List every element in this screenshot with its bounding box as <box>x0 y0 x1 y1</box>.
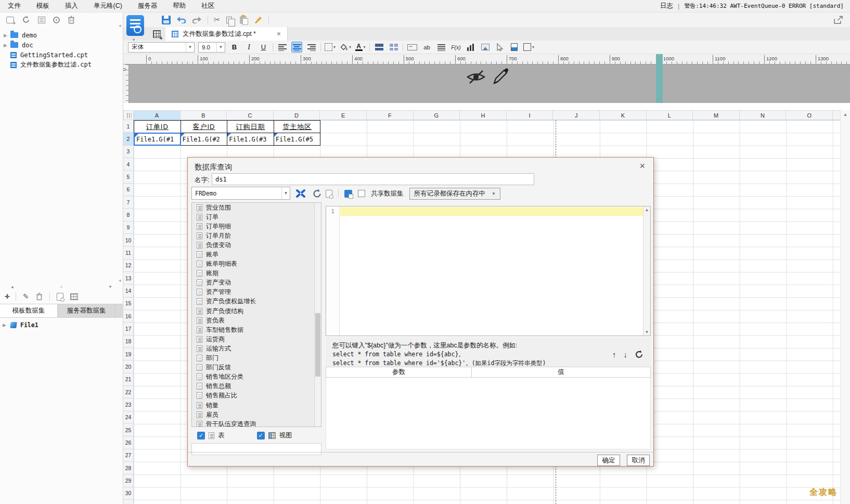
table-list-item[interactable]: 账单 <box>192 250 321 259</box>
table-list-item[interactable]: 订单明细 <box>192 222 321 231</box>
copy-button[interactable] <box>226 17 232 23</box>
row-header-1[interactable]: 1 <box>123 120 133 133</box>
bias-cell-button[interactable] <box>494 42 505 53</box>
settings-icon[interactable] <box>53 17 60 23</box>
connection-config-wrench-icon[interactable] <box>294 188 307 199</box>
menu-item[interactable]: 社区 <box>194 0 222 12</box>
table-list-item[interactable]: 销售总额 <box>192 382 321 391</box>
template-mode-caret-icon[interactable]: ▾ <box>133 37 135 42</box>
row-header-20[interactable]: 20 <box>123 360 133 373</box>
document-tab[interactable]: 文件数据集参数过滤.cpt * × <box>165 27 288 41</box>
table-list-item[interactable]: 运输方式 <box>192 344 321 353</box>
table-list-item[interactable]: 订单 <box>192 212 321 222</box>
splitter-down-icon[interactable]: ▼ <box>108 285 112 289</box>
row-header-19[interactable]: 19 <box>123 348 133 360</box>
menu-item[interactable]: 服务器 <box>130 0 165 12</box>
row-header-18[interactable]: 18 <box>123 335 133 348</box>
italic-button[interactable]: I <box>243 42 254 53</box>
row-header-24[interactable]: 24 <box>123 411 133 424</box>
ok-button[interactable]: 确定 <box>597 455 620 466</box>
column-header-E[interactable]: E <box>320 111 367 120</box>
template-mode-button[interactable] <box>126 15 144 36</box>
row-header-30[interactable]: 30 <box>123 487 133 500</box>
preview-query-icon[interactable] <box>326 190 332 198</box>
table-list-item[interactable]: 销售额占比 <box>192 391 321 400</box>
delete-icon[interactable] <box>68 16 75 24</box>
tree-item[interactable]: ▶doc <box>0 40 123 50</box>
tree-item[interactable]: GettingStarted.cpt <box>0 50 123 60</box>
table-list-item[interactable]: 雇员 <box>192 410 321 419</box>
insert-chart-button[interactable] <box>465 42 476 53</box>
table-list-item[interactable]: 资产负债结构 <box>192 306 321 316</box>
tree-item[interactable]: 文件数据集参数过滤.cpt <box>0 60 123 70</box>
row-header-6[interactable]: 6 <box>123 184 133 196</box>
table-list-item[interactable]: 骨干队伍穿透查询 <box>192 419 321 427</box>
log-button[interactable]: 日志 <box>660 2 673 10</box>
row-header-17[interactable]: 17 <box>123 322 133 335</box>
column-header-A[interactable]: A <box>134 111 181 120</box>
sql-editor[interactable]: 1 ▲▼ <box>326 206 651 336</box>
sheet-cell-header[interactable]: 客户ID <box>181 120 228 133</box>
menu-item[interactable]: 模板 <box>29 0 57 12</box>
column-header-C[interactable]: C <box>227 111 274 120</box>
bold-button[interactable]: B <box>229 42 240 53</box>
expand-arrow-icon[interactable]: ▶ <box>3 322 9 328</box>
column-header-O[interactable]: O <box>786 111 833 120</box>
memory-strategy-select[interactable]: 所有记录都保存在内存中▼ <box>409 188 500 200</box>
menu-item[interactable]: 单元格(C) <box>86 0 130 12</box>
column-header-J[interactable]: J <box>553 111 600 120</box>
underline-button[interactable]: U <box>258 42 269 53</box>
dataset-item[interactable]: ▶File1 <box>0 319 123 331</box>
sidebar-collapse-icon[interactable]: ◂ <box>119 278 121 283</box>
row-header-7[interactable]: 7 <box>123 196 133 209</box>
parameter-table-body[interactable] <box>326 378 651 449</box>
text-widget-button[interactable]: ab <box>421 42 432 53</box>
row-header-31[interactable]: 31 <box>123 500 133 504</box>
connection-select[interactable]: FRDemo▼ <box>191 187 290 200</box>
tree-view-icon[interactable] <box>38 17 45 23</box>
splitter-handle-icon[interactable]: = <box>60 285 63 289</box>
table-list-item[interactable]: 账期 <box>192 269 321 278</box>
refresh-connection-icon[interactable] <box>311 187 323 200</box>
sheet-cell-header[interactable]: 订购日期 <box>227 120 274 133</box>
menu-item[interactable]: 文件 <box>0 0 29 12</box>
unmerge-cells-button[interactable] <box>388 42 399 53</box>
row-header-21[interactable]: 21 <box>123 373 133 386</box>
refresh-icon[interactable] <box>22 16 30 24</box>
row-header-12[interactable]: 12 <box>123 260 133 272</box>
row-header-9[interactable]: 9 <box>123 222 133 234</box>
column-header-N[interactable]: N <box>740 111 787 120</box>
delete-dataset-icon[interactable] <box>36 293 43 301</box>
format-painter-button[interactable] <box>254 16 263 24</box>
column-header-D[interactable]: D <box>274 111 320 120</box>
row-header-2[interactable]: 2 <box>123 133 133 145</box>
align-center-button[interactable] <box>291 42 302 53</box>
sidebar-collapse-icon[interactable]: ◂ <box>119 23 121 28</box>
align-left-button[interactable] <box>277 42 288 53</box>
table-list-item[interactable]: 部门 <box>192 354 321 363</box>
expand-arrow-icon[interactable]: ▶ <box>4 33 10 38</box>
editor-scrollbar[interactable]: ▲▼ <box>643 206 650 335</box>
table-list-item[interactable]: 账单明细表 <box>192 260 321 269</box>
expand-arrow-icon[interactable]: ▶ <box>4 43 10 48</box>
move-up-icon[interactable]: ↑ <box>612 350 616 359</box>
row-header-10[interactable]: 10 <box>123 234 133 247</box>
row-header-23[interactable]: 23 <box>123 398 133 411</box>
font-size-select[interactable]: 9.0▼ <box>198 42 225 53</box>
sub-report-button[interactable] <box>509 42 520 53</box>
dialog-close-icon[interactable]: × <box>639 161 645 172</box>
frame-button[interactable]: ▾ <box>523 42 534 53</box>
row-header-14[interactable]: 14 <box>123 285 133 297</box>
table-list-item[interactable]: 订单月阶 <box>192 231 321 240</box>
row-header-27[interactable]: 27 <box>123 449 133 462</box>
panel-splitter[interactable]: ▲ = ▼ <box>0 284 123 289</box>
tree-item[interactable]: ▶demo <box>0 30 123 40</box>
dataset-manage-icon[interactable] <box>70 293 78 300</box>
sheet-cell-formula[interactable]: File1.G(#5 <box>274 133 321 146</box>
query-blue-doc-icon[interactable] <box>344 190 352 198</box>
redo-button[interactable] <box>192 16 202 23</box>
paste-button[interactable] <box>240 16 247 24</box>
column-header-I[interactable]: I <box>507 111 553 120</box>
select-all-corner[interactable] <box>123 110 134 120</box>
hide-eye-slash-icon[interactable] <box>465 69 487 85</box>
